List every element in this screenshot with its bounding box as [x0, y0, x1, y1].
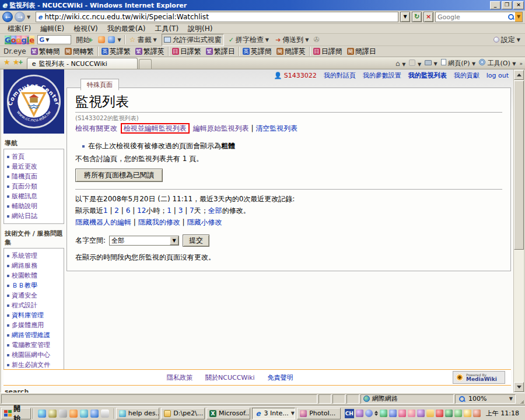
print-button[interactable]: ▼: [425, 60, 438, 67]
dreye-simp-to-jp[interactable]: 簡簡譯日: [346, 47, 377, 57]
tray-icon[interactable]: [389, 410, 397, 417]
hours-1-link[interactable]: 1: [103, 206, 108, 215]
vertical-scrollbar[interactable]: [513, 69, 524, 393]
forward-button[interactable]: →: [15, 12, 25, 22]
scroll-down-icon[interactable]: [514, 382, 524, 392]
browser-tab[interactable]: e 監視列表 - NCUCCWiki: [27, 58, 138, 69]
home-button[interactable]: ⌂ ▼: [396, 60, 405, 68]
tray-app-icon[interactable]: [356, 410, 363, 417]
days-7-link[interactable]: 7: [190, 206, 194, 215]
dreye-en-to-trad[interactable]: 英英譯繁: [100, 47, 132, 57]
dreye-trad-to-simp[interactable]: 繁繁轉簡: [30, 47, 61, 57]
edit-raw-watchlist-link[interactable]: 編輯原始監視列表: [193, 124, 249, 132]
ie-quicklaunch-icon[interactable]: [90, 410, 99, 418]
sidebar-item-info-security[interactable]: 資通安全: [5, 290, 62, 300]
search-options-icon[interactable]: ▼: [515, 12, 522, 22]
tray-expand-icon[interactable]: [374, 411, 378, 416]
my-watchlist-link[interactable]: 我的監視列表: [408, 71, 447, 80]
language-indicator[interactable]: CH: [345, 409, 354, 418]
all-changes-link[interactable]: 全部: [208, 206, 222, 215]
zoom-control[interactable]: 100% ▼: [455, 394, 516, 404]
start-button[interactable]: 開始: [1, 408, 31, 419]
taskbar-clock[interactable]: 上午 11:18: [482, 409, 522, 418]
mediawiki-badge[interactable]: Powered ByMediaWiki: [453, 371, 505, 384]
submit-button[interactable]: 提交: [183, 235, 209, 247]
menu-view[interactable]: 檢視(V): [69, 23, 102, 34]
hours-2-link[interactable]: 2: [114, 206, 119, 215]
dreye-simp-to-en[interactable]: 簡簡譯英: [275, 47, 307, 57]
sidebar-item-help[interactable]: 輔助說明: [5, 201, 62, 211]
sidebar-item-programming[interactable]: 程式設計: [5, 300, 62, 310]
menu-favorites[interactable]: 我的最愛(A): [103, 23, 150, 34]
dreye-trad-to-en[interactable]: 繁繁譯英: [134, 47, 166, 57]
history-dropdown-icon[interactable]: ▼: [27, 15, 34, 20]
toolbar-overflow-icon[interactable]: »: [519, 61, 523, 66]
refresh-button[interactable]: ↻: [412, 12, 422, 22]
menu-edit[interactable]: 編輯(E): [36, 23, 68, 34]
sidebar-item-taoyuan-center[interactable]: 桃園區網中心: [5, 350, 62, 360]
pagerank-icon[interactable]: [98, 36, 105, 43]
url-field[interactable]: e http://wiki.cc.ncu.edu.tw/wiki/Special…: [36, 12, 398, 22]
messenger-icon[interactable]: [38, 410, 46, 418]
tray-icon[interactable]: [408, 410, 415, 417]
show-desktop-icon[interactable]: [101, 410, 109, 418]
menu-tools[interactable]: 工具(T): [150, 23, 183, 34]
my-preferences-link[interactable]: 我的參數設置: [363, 71, 401, 80]
sendto-button[interactable]: ➜傳送到▼: [274, 34, 310, 46]
sidebar-item-multimedia[interactable]: 多媒體應用: [5, 320, 62, 330]
scroll-up-icon[interactable]: [514, 70, 524, 80]
sidebar-item-system-admin[interactable]: 系統管理: [5, 251, 62, 261]
clear-watchlist-link[interactable]: 清空監視列表: [256, 124, 298, 132]
task-help-desk[interactable]: help des...: [116, 408, 160, 419]
sidebar-item-campus-software[interactable]: 校園軟體: [5, 271, 62, 281]
task-photoimpact[interactable]: PhotoI...: [297, 408, 341, 419]
media-app-icon[interactable]: [80, 410, 88, 418]
task-folder[interactable]: D:\pe2\...: [161, 408, 205, 419]
sidebar-item-computer-classroom[interactable]: 電腦教室管理: [5, 340, 62, 350]
tab-special-page[interactable]: 特殊頁面: [80, 79, 119, 90]
feeds-button[interactable]: ▼: [409, 60, 421, 68]
menu-help[interactable]: 說明(H): [184, 23, 216, 34]
days-1-link[interactable]: 1: [167, 206, 172, 215]
tray-icon[interactable]: [380, 410, 387, 417]
gadget-icon[interactable]: [108, 36, 115, 43]
hide-my-edits-link[interactable]: 隱藏我的修改: [138, 218, 180, 226]
tray-icon[interactable]: [398, 410, 406, 417]
sidebar-item-network-maintenance[interactable]: 網路管理維護: [5, 330, 62, 340]
gadget-dropdown-icon[interactable]: ▼: [118, 37, 121, 43]
task-excel[interactable]: XMicrosof...: [206, 408, 250, 419]
task-internet-explorer-group[interactable]: e3 Inte...▼: [252, 408, 296, 419]
popup-blocker-button[interactable]: 允許彈出式視窗: [162, 34, 224, 46]
stop-button[interactable]: ×: [424, 12, 433, 22]
tray-icon[interactable]: [436, 410, 443, 417]
site-logo[interactable]: Computer Center www.cc.ncu.edu.tw: [4, 69, 64, 134]
resize-grip[interactable]: [517, 394, 524, 404]
tray-icon[interactable]: [445, 410, 453, 417]
tray-icon[interactable]: [464, 410, 471, 417]
bookmarks-button[interactable]: ☆書籤▼: [128, 34, 159, 46]
sidebar-item-random-page[interactable]: 隨機頁面: [5, 172, 62, 181]
firefox-icon[interactable]: [69, 410, 78, 418]
search-icon[interactable]: [508, 14, 514, 20]
my-contributions-link[interactable]: 我的貢獻: [454, 71, 480, 80]
dreye-simp-to-trad[interactable]: 簡簡轉繁: [64, 47, 95, 57]
sidebar-item-database-admin[interactable]: 資料庫管理: [5, 310, 62, 320]
logout-link[interactable]: log out: [487, 72, 509, 79]
settings-button[interactable]: 設定▼: [494, 35, 520, 45]
hours-12-link[interactable]: 12: [137, 206, 146, 215]
new-tab-button[interactable]: [139, 59, 152, 69]
tray-icon[interactable]: [417, 410, 425, 417]
google-toolbar-search-input[interactable]: G▼: [37, 35, 71, 44]
scrollbar-thumb[interactable]: [514, 80, 524, 250]
disclaimer-link[interactable]: 免責聲明: [267, 373, 293, 382]
spellcheck-button[interactable]: ✓拼字檢查▼: [227, 34, 271, 46]
page-menu-button[interactable]: 網頁(P) ▼: [441, 59, 475, 68]
hide-bots-link[interactable]: 隱藏機器人的編輯: [75, 218, 131, 226]
restore-button[interactable]: ❐: [502, 1, 512, 9]
sidebar-item-freshman-docs[interactable]: 新生必讀文件: [5, 360, 62, 370]
paperclip-icon[interactable]: ✇: [313, 36, 319, 44]
view-related-changes-link[interactable]: 檢視有關更改: [75, 124, 117, 132]
dreye-jp-to-trad[interactable]: 日日譯繁: [171, 47, 202, 57]
tray-icon[interactable]: [454, 410, 462, 417]
sidebar-item-site-log[interactable]: 網站日誌: [5, 211, 62, 221]
